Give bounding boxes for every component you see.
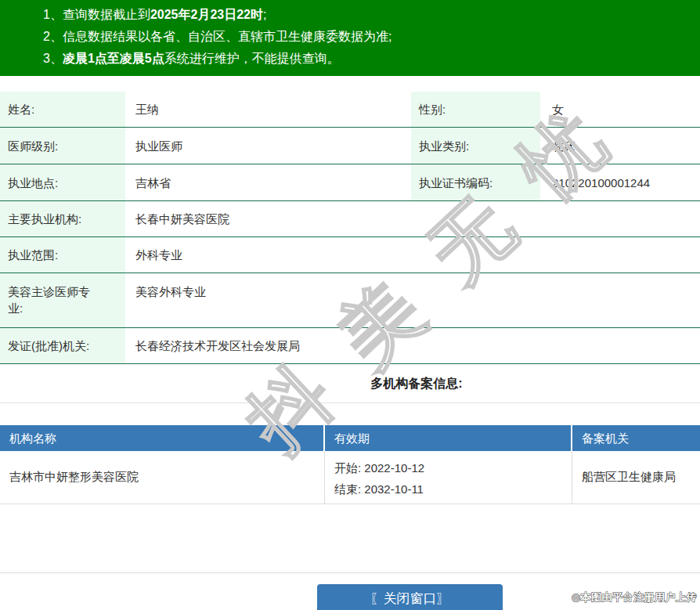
table-row: 吉林市中妍整形美容医院 开始: 2022-10-12 结束: 2032-10-1…	[0, 451, 700, 504]
notice-text: ;	[263, 8, 266, 21]
field-label-main-institution: 主要执业机构:	[0, 201, 125, 236]
field-value-gender: 女	[540, 101, 700, 117]
filing-table: 机构名称 有效期 备案机关 吉林市中妍整形美容医院 开始: 2022-10-12…	[0, 425, 700, 504]
multi-institution-section-title: 多机构备案信息:	[0, 364, 700, 403]
notice-line-number: 1、	[43, 8, 63, 21]
filing-table-header: 机构名称 有效期 备案机关	[0, 425, 700, 451]
section-title-text: 多机构备案信息:	[370, 377, 462, 390]
table-row: 美容主诊医师专业: 美容外科专业	[0, 273, 700, 328]
field-label-certificate-number: 执业证书编码:	[411, 164, 540, 200]
field-value-name: 王纳	[125, 101, 411, 117]
field-label-gender: 性别:	[411, 92, 540, 127]
notice-line-2: 2、信息数据结果以各省、自治区、直辖市卫生健康委数据为准;	[0, 26, 700, 48]
field-value-issuing-authority: 长春经济技术开发区社会发展局	[125, 337, 700, 354]
cell-org-name: 吉林市中妍整形美容医院	[0, 451, 325, 504]
notice-line-number: 3、	[43, 52, 63, 65]
field-value-practice-scope: 外科专业	[125, 247, 700, 263]
notice-line-3: 3、凌晨1点至凌晨5点系统进行维护，不能提供查询。	[0, 48, 700, 70]
column-header-org-name: 机构名称	[0, 425, 323, 451]
notice-text: 信息数据结果以各省、自治区、直辖市卫生健康委数据为准;	[63, 30, 391, 43]
notice-text: 查询数据截止到	[63, 8, 150, 21]
table-row: 姓名: 王纳 性别: 女	[0, 92, 700, 128]
notice-text: 系统进行维护，不能提供查询。	[164, 52, 340, 65]
footer: 〖关闭窗口〗 ◎本图由平台注册用户上传	[0, 572, 700, 608]
notice-banner: 1、查询数据截止到2025年2月23日22时; 2、信息数据结果以各省、自治区、…	[0, 0, 700, 76]
field-value-main-institution: 长春中妍美容医院	[125, 211, 700, 227]
cell-validity: 开始: 2022-10-12 结束: 2032-10-11	[325, 451, 572, 504]
cell-filing-authority: 船营区卫生健康局	[572, 451, 700, 504]
field-value-practice-location: 吉林省	[125, 175, 411, 191]
validity-end: 结束: 2032-10-11	[334, 478, 572, 500]
field-label-practice-scope: 执业范围:	[0, 237, 125, 273]
practitioner-info-table: 姓名: 王纳 性别: 女 医师级别: 执业医师 执业类别: 临床 执业地点: 吉…	[0, 92, 700, 364]
notice-line-number: 2、	[43, 30, 63, 43]
column-header-filing-authority: 备案机关	[572, 425, 700, 451]
page: 1、查询数据截止到2025年2月23日22时; 2、信息数据结果以各省、自治区、…	[0, 0, 700, 610]
field-label-name: 姓名:	[0, 92, 125, 127]
notice-line-1: 1、查询数据截止到2025年2月23日22时;	[0, 4, 700, 26]
field-value-certificate-number: 210220100001244	[540, 175, 700, 191]
table-row: 医师级别: 执业医师 执业类别: 临床	[0, 128, 700, 164]
table-row: 主要执业机构: 长春中妍美容医院	[0, 201, 700, 237]
field-label-practice-category: 执业类别:	[411, 128, 540, 164]
field-label-issuing-authority: 发证(批准)机关:	[0, 328, 125, 363]
upload-stamp-text: ◎本图由平台注册用户上传	[572, 590, 697, 605]
field-label-cosmetic-specialty: 美容主诊医师专业:	[0, 273, 125, 327]
table-row: 发证(批准)机关: 长春经济技术开发区社会发展局	[0, 328, 700, 364]
field-value-cosmetic-specialty: 美容外科专业	[125, 273, 700, 300]
field-value-practice-category: 临床	[540, 138, 700, 154]
notice-text-bold: 凌晨1点至凌晨5点	[63, 52, 164, 65]
field-label-practice-location: 执业地点:	[0, 164, 125, 200]
table-row: 执业地点: 吉林省 执业证书编码: 210220100001244	[0, 164, 700, 201]
column-header-validity: 有效期	[325, 425, 571, 451]
field-value-doctor-level: 执业医师	[125, 138, 411, 154]
close-window-button[interactable]: 〖关闭窗口〗	[317, 584, 503, 610]
table-row: 执业范围: 外科专业	[0, 237, 700, 273]
field-label-doctor-level: 医师级别:	[0, 128, 125, 164]
notice-text-bold: 2025年2月23日22时	[150, 8, 263, 21]
validity-start: 开始: 2022-10-12	[334, 457, 572, 478]
